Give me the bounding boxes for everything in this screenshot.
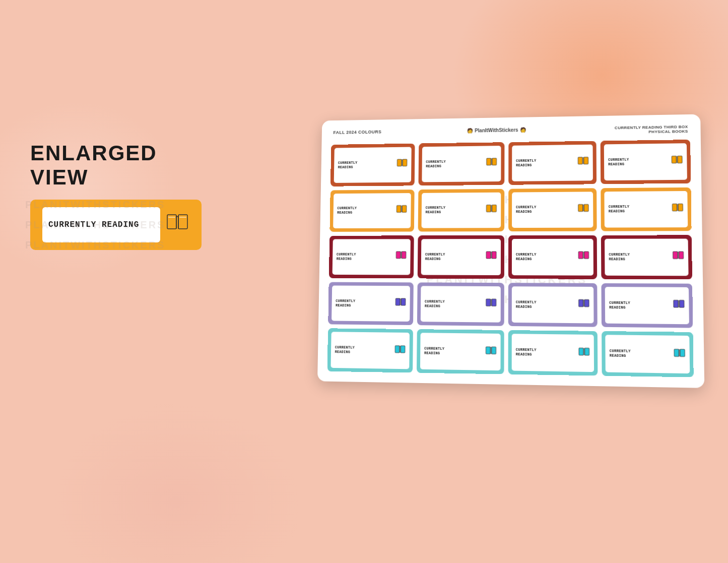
book-icon-r4c3	[578, 298, 590, 311]
book-icon-r4c1	[395, 297, 406, 310]
svg-rect-58	[486, 299, 491, 306]
sticker-row1-col2: CURRENTLYREADING	[418, 142, 504, 185]
enlarged-sticker-text: CURRENTLY READING	[48, 220, 139, 229]
sticker-row4-col2: CURRENTLYREADING	[417, 282, 504, 326]
book-icon-r5c3	[578, 347, 590, 360]
svg-rect-51	[679, 252, 684, 259]
book-icon-r3c1	[395, 251, 407, 263]
sticker-row3-col1: CURRENTLYREADING	[329, 236, 414, 279]
sticker-text-r3c3: CURRENTLYREADING	[516, 253, 537, 262]
sheet-label-left: FALL 2024 COLOURS	[333, 130, 381, 135]
sticker-row3-col3: CURRENTLYREADING	[508, 235, 597, 279]
sticker-text-r4c1: CURRENTLYREADING	[336, 299, 355, 308]
svg-rect-15	[583, 157, 588, 164]
sheet-label-right: CURRENTLY READING THIRD BOX PHYSICAL BOO…	[615, 124, 688, 135]
sticker-row1-col1: CURRENTLYREADING	[330, 144, 415, 186]
svg-rect-54	[395, 298, 400, 305]
brand-emoji-right: 🧑	[520, 127, 526, 133]
sticker-row2-col4: CURRENTLYREADING	[601, 187, 691, 231]
svg-rect-26	[486, 205, 491, 212]
svg-rect-83	[680, 349, 685, 357]
sticker-row5-col4: CURRENTLYREADING	[602, 331, 694, 377]
book-icon-r4c2	[486, 298, 497, 310]
book-icon-r1c1	[396, 158, 407, 171]
sticker-text-r3c2: CURRENTLYREADING	[425, 253, 445, 262]
svg-rect-7	[403, 159, 407, 166]
svg-rect-67	[679, 300, 684, 308]
svg-rect-5	[179, 217, 186, 218]
sticker-text-r2c2: CURRENTLYREADING	[426, 206, 446, 215]
sticker-row2-col1: CURRENTLYREADING	[329, 190, 414, 232]
sticker-row3-col2: CURRENTLYREADING	[418, 235, 504, 279]
sheet-header: FALL 2024 COLOURS 🧑 PlanItWithStickers 🧑…	[332, 124, 690, 139]
enlarged-sticker-inner: CURRENTLY READING	[42, 207, 160, 242]
sticker-grid: CURRENTLYREADING CURRENTLYREADING CURREN…	[327, 140, 694, 377]
sticker-text-r5c1: CURRENTLYREADING	[335, 345, 355, 355]
svg-rect-14	[578, 157, 582, 164]
sticker-sheet: PLANITWITHSTICKERS PLANITWITHSTICKERS PL…	[317, 114, 704, 388]
svg-rect-4	[168, 217, 175, 218]
svg-rect-34	[672, 204, 677, 211]
svg-rect-31	[584, 204, 588, 211]
sticker-text-r3c1: CURRENTLYREADING	[337, 253, 356, 262]
book-icon-r1c2	[486, 157, 497, 170]
enlarged-sticker: CURRENTLY READING	[30, 200, 202, 250]
sticker-text-r4c3: CURRENTLYREADING	[516, 300, 537, 309]
sticker-row4-col1: CURRENTLYREADING	[328, 282, 414, 325]
svg-rect-35	[678, 204, 683, 211]
sheet-brand: 🧑 PlanItWithStickers 🧑	[467, 127, 526, 134]
background-blob-2	[50, 402, 302, 563]
svg-rect-10	[487, 158, 491, 165]
svg-rect-74	[486, 347, 490, 354]
sticker-row1-col3: CURRENTLYREADING	[508, 141, 597, 185]
svg-rect-66	[674, 300, 679, 307]
svg-rect-18	[672, 156, 676, 163]
svg-rect-59	[492, 299, 496, 306]
svg-rect-55	[401, 298, 406, 305]
sticker-text-r3c4: CURRENTLYREADING	[609, 253, 630, 262]
book-icon-r2c1	[396, 204, 407, 217]
sticker-text-r2c1: CURRENTLYREADING	[337, 206, 357, 215]
svg-rect-78	[579, 348, 583, 355]
svg-rect-38	[396, 252, 401, 259]
book-icon-r5c2	[485, 346, 496, 359]
svg-rect-71	[401, 346, 405, 353]
sticker-row2-col3: CURRENTLYREADING	[508, 188, 597, 231]
svg-rect-23	[402, 205, 407, 212]
sticker-row4-col3: CURRENTLYREADING	[508, 283, 598, 327]
sticker-row5-col1: CURRENTLYREADING	[327, 329, 413, 373]
sticker-text-r1c3: CURRENTLYREADING	[516, 159, 536, 168]
sticker-text-r5c3: CURRENTLYREADING	[516, 348, 537, 357]
svg-rect-70	[395, 345, 400, 352]
sticker-text-r1c2: CURRENTLYREADING	[426, 160, 446, 169]
book-icon-r2c4	[672, 203, 683, 215]
svg-rect-50	[673, 252, 678, 259]
svg-rect-46	[578, 252, 583, 259]
book-icon-large	[165, 212, 189, 238]
brand-name: PlanItWithStickers	[475, 127, 518, 133]
book-icon-r5c4	[674, 348, 686, 361]
book-icon-r4c4	[673, 299, 685, 312]
sticker-row5-col2: CURRENTLYREADING	[417, 330, 504, 374]
svg-rect-82	[674, 349, 679, 356]
svg-rect-39	[402, 252, 406, 259]
svg-rect-47	[584, 252, 588, 259]
sticker-row3-col4: CURRENTLYREADING	[601, 235, 692, 280]
svg-rect-11	[492, 158, 497, 165]
svg-rect-27	[492, 205, 496, 212]
sticker-text-r4c2: CURRENTLYREADING	[425, 299, 445, 308]
book-icon-r1c4	[671, 155, 683, 168]
svg-rect-79	[584, 348, 589, 355]
book-icon-r2c2	[486, 204, 497, 216]
book-icon-r3c4	[673, 251, 684, 264]
sticker-text-r1c1: CURRENTLYREADING	[338, 161, 358, 170]
sticker-text-r1c4: CURRENTLYREADING	[608, 157, 629, 167]
sticker-row5-col3: CURRENTLYREADING	[508, 330, 598, 376]
svg-rect-6	[397, 159, 402, 166]
sticker-text-r2c3: CURRENTLYREADING	[516, 205, 537, 214]
book-icon-r3c3	[578, 251, 589, 264]
sticker-text-r5c2: CURRENTLYREADING	[424, 347, 444, 356]
sticker-row2-col2: CURRENTLYREADING	[418, 189, 505, 231]
svg-rect-30	[578, 204, 583, 211]
svg-rect-22	[396, 206, 401, 213]
